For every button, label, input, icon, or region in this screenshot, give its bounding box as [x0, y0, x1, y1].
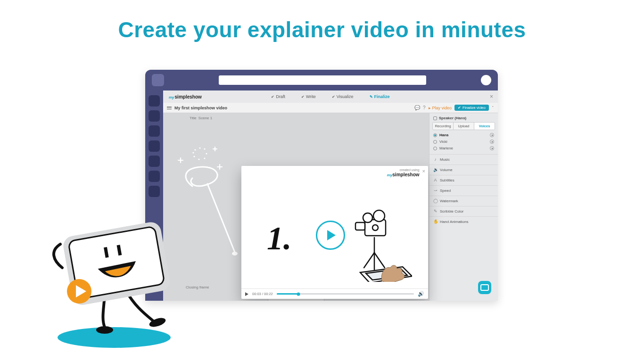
setting-hand[interactable]: ✋Hand Animations [429, 216, 498, 227]
step-draft[interactable]: ✔Draft [271, 94, 285, 99]
radio-icon [433, 147, 437, 150]
svg-point-25 [58, 327, 171, 348]
svg-point-15 [192, 152, 194, 153]
mascot-illustration [34, 211, 180, 353]
wizard-ribbon: mysimpleshow ✔Draft ✔Write ✔Visualize ✎F… [163, 90, 498, 103]
profile-avatar[interactable] [481, 75, 491, 85]
rail-item[interactable] [149, 95, 160, 107]
page-headline: Create your explainer video in minutes [0, 17, 644, 42]
hand-icon: ✋ [433, 220, 438, 224]
play-button[interactable] [316, 221, 345, 250]
time-display: 00:03 / 00:22 [252, 292, 273, 296]
check-icon: ✔ [458, 106, 461, 110]
scene-label: TitleScene 1 [190, 116, 212, 120]
step-number: 1 [267, 220, 292, 257]
svg-point-21 [363, 213, 372, 222]
watermark-icon: ◯ [433, 199, 438, 203]
volume-icon[interactable]: 🔊 [418, 291, 424, 297]
voice-option[interactable]: Hans [433, 133, 494, 137]
speed-icon: ⤻ [433, 189, 438, 193]
svg-point-11 [206, 153, 207, 154]
video-frame[interactable]: 1 [241, 179, 428, 288]
setting-scribble[interactable]: ✎Scribble Color [429, 206, 498, 216]
help-icon[interactable]: ? [423, 105, 426, 110]
closing-frame-label: Closing frame [186, 285, 209, 289]
rail-item[interactable] [149, 186, 160, 197]
setting-music[interactable]: ♪Music [429, 154, 498, 165]
window-search-input[interactable] [219, 75, 426, 85]
preview-voice-icon[interactable] [490, 146, 494, 150]
volume-icon: 🔉 [433, 168, 438, 172]
svg-line-0 [207, 184, 235, 252]
svg-point-26 [96, 326, 113, 334]
support-chat-button[interactable] [478, 281, 491, 294]
preview-voice-icon[interactable] [490, 133, 494, 137]
app-window: mysimpleshow ✔Draft ✔Write ✔Visualize ✎F… [145, 70, 498, 301]
seek-bar[interactable] [277, 293, 414, 295]
setting-subtitles[interactable]: ASubtitles [429, 175, 498, 185]
tab-recording[interactable]: Recording [433, 123, 453, 130]
tab-voices[interactable]: Voices [474, 123, 495, 130]
brand-logo: mysimpleshow [163, 94, 207, 99]
svg-point-1 [232, 252, 238, 255]
voice-option[interactable]: Vicki [433, 140, 494, 144]
play-icon[interactable] [245, 292, 248, 296]
tab-upload[interactable]: Upload [453, 123, 474, 130]
svg-point-14 [193, 156, 195, 157]
step-write[interactable]: ✔Write [301, 94, 316, 99]
radio-icon [433, 133, 437, 137]
rail-item[interactable] [149, 140, 160, 152]
video-controls: 00:03 / 00:22 🔊 [241, 288, 428, 299]
rail-item[interactable] [149, 156, 160, 167]
svg-point-9 [199, 147, 200, 148]
svg-point-12 [204, 157, 205, 159]
chevron-up-icon[interactable]: ˄ [492, 106, 494, 110]
camera-illustration [341, 197, 412, 282]
app-menu-icon[interactable] [152, 74, 164, 86]
menu-icon[interactable] [167, 107, 172, 109]
window-titlebar [145, 70, 498, 90]
close-icon[interactable]: × [422, 168, 425, 174]
radio-icon [433, 140, 437, 144]
svg-line-17 [364, 253, 374, 268]
svg-point-8 [194, 149, 196, 150]
play-icon: ▸ [429, 106, 431, 110]
rail-item[interactable] [149, 110, 160, 122]
svg-rect-23 [355, 222, 365, 230]
mic-icon [433, 116, 437, 120]
pencil-icon: ✎ [433, 209, 438, 214]
project-title: My first simpleshow video [174, 106, 227, 110]
svg-line-18 [374, 253, 385, 268]
step-finalize[interactable]: ✎Finalize [370, 94, 390, 99]
wand-illustration [173, 146, 244, 259]
settings-panel: Speaker (Hans) Recording Upload Voices H… [429, 113, 498, 301]
rail-item[interactable] [149, 125, 160, 137]
preview-voice-icon[interactable] [490, 140, 494, 144]
music-icon: ♪ [433, 157, 438, 162]
step-visualize[interactable]: ✔Visualize [332, 94, 354, 99]
close-icon[interactable]: × [485, 93, 498, 100]
play-video-button[interactable]: ▸ Play video [429, 106, 452, 110]
svg-point-22 [373, 210, 385, 222]
project-toolbar: My first simpleshow video 💬 ? ▸ Play vid… [163, 103, 498, 113]
voice-option[interactable]: Marlene [433, 146, 494, 150]
setting-volume[interactable]: 🔉Volume [429, 165, 498, 175]
created-using-label: created using mysimpleshow [387, 168, 420, 177]
setting-speed[interactable]: ⤻Speed [429, 185, 498, 196]
simpleshow-app: mysimpleshow ✔Draft ✔Write ✔Visualize ✎F… [163, 90, 498, 301]
rail-item[interactable] [149, 171, 160, 182]
svg-point-13 [198, 158, 199, 160]
canvas-area: TitleScene 1 Closing frame [163, 113, 429, 301]
svg-point-10 [204, 148, 205, 149]
chat-icon[interactable]: 💬 [414, 105, 420, 110]
setting-watermark[interactable]: ◯Watermark [429, 196, 498, 206]
subtitles-icon: A [433, 178, 438, 182]
speaker-tabs: Recording Upload Voices [432, 122, 495, 130]
finalize-video-button[interactable]: ✔ Finalize video [454, 105, 489, 111]
speaker-section[interactable]: Speaker (Hans) [429, 113, 498, 122]
video-preview-modal: created using mysimpleshow × 1 [241, 166, 428, 299]
